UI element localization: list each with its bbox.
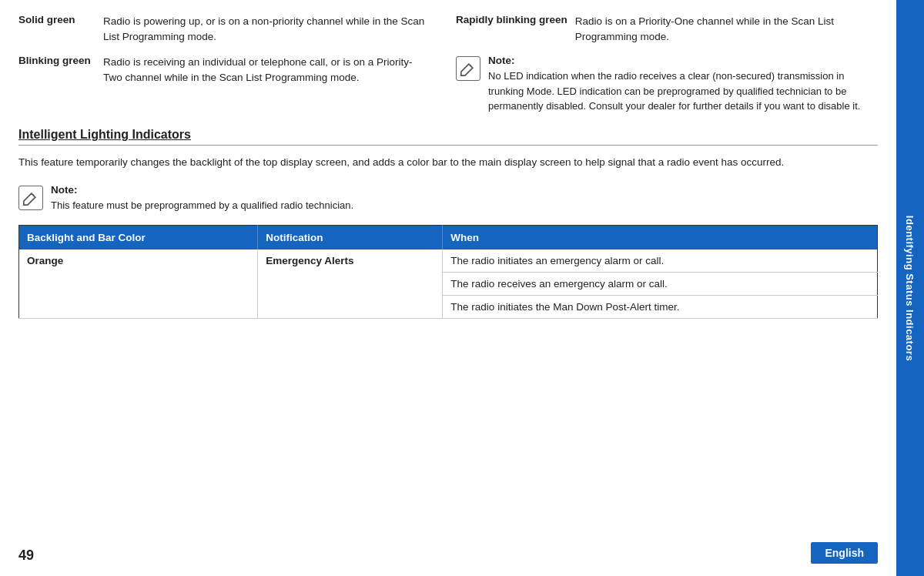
side-tab: Identifying Status Indicators	[896, 0, 924, 576]
section-note-content: Note: This feature must be preprogrammed…	[51, 184, 878, 213]
section-note: Note: This feature must be preprogrammed…	[18, 184, 878, 213]
top-right-note-content: Note: No LED indication when the radio r…	[488, 55, 878, 114]
blinking-green-desc: Radio is receiving an individual or tele…	[103, 55, 425, 85]
pencil-icon	[460, 61, 476, 76]
lighting-table: Backlight and Bar Color Notification Whe…	[18, 225, 878, 319]
section-note-icon	[18, 186, 43, 210]
top-section: Solid green Radio is powering up, or is …	[18, 14, 878, 114]
solid-green-desc: Radio is powering up, or is on a non-pri…	[103, 14, 425, 44]
table-header-row: Backlight and Bar Color Notification Whe…	[19, 226, 878, 250]
col-header-color: Backlight and Bar Color	[19, 226, 258, 250]
col-header-notification: Notification	[258, 226, 443, 250]
solid-green-label: Solid green	[18, 14, 103, 25]
pencil-icon-2	[23, 190, 38, 206]
blinking-green-row: Blinking green Radio is receiving an ind…	[18, 55, 425, 85]
top-right-note-text: No LED indication when the radio receive…	[488, 69, 878, 114]
cell-when-3: The radio initiates the Man Down Post-Al…	[443, 296, 878, 319]
solid-green-row: Solid green Radio is powering up, or is …	[18, 14, 425, 44]
footer: 49 English	[18, 536, 878, 564]
cell-when-2: The radio receives an emergency alarm or…	[443, 273, 878, 296]
col-header-when: When	[443, 226, 878, 250]
page-number: 49	[18, 548, 34, 564]
right-column: Rapidly blinking green Radio is on a Pri…	[448, 14, 878, 114]
rapidly-blinking-desc: Radio is on a Priority-One channel while…	[575, 14, 878, 44]
top-right-note: Note: No LED indication when the radio r…	[456, 55, 878, 114]
cell-color: Orange	[19, 249, 258, 319]
side-tab-label: Identifying Status Indicators	[905, 215, 916, 360]
table-row: Orange Emergency Alerts The radio initia…	[19, 249, 878, 273]
left-column: Solid green Radio is powering up, or is …	[18, 14, 448, 114]
cell-notification: Emergency Alerts	[258, 249, 443, 319]
rapidly-blinking-label: Rapidly blinking green	[456, 14, 575, 25]
main-content: Solid green Radio is powering up, or is …	[0, 0, 896, 576]
page-container: Solid green Radio is powering up, or is …	[0, 0, 924, 576]
section-note-text: This feature must be preprogrammed by a …	[51, 198, 878, 213]
section-description: This feature temporarily changes the bac…	[18, 155, 878, 170]
blinking-green-label: Blinking green	[18, 55, 103, 66]
note-icon	[456, 56, 480, 81]
language-badge: English	[811, 542, 878, 564]
top-right-note-title: Note:	[488, 55, 878, 66]
section-heading: Intelligent Lighting Indicators	[18, 128, 878, 146]
section-note-title: Note:	[51, 184, 878, 196]
cell-when-1: The radio initiates an emergency alarm o…	[443, 249, 878, 273]
rapidly-blinking-row: Rapidly blinking green Radio is on a Pri…	[456, 14, 878, 44]
